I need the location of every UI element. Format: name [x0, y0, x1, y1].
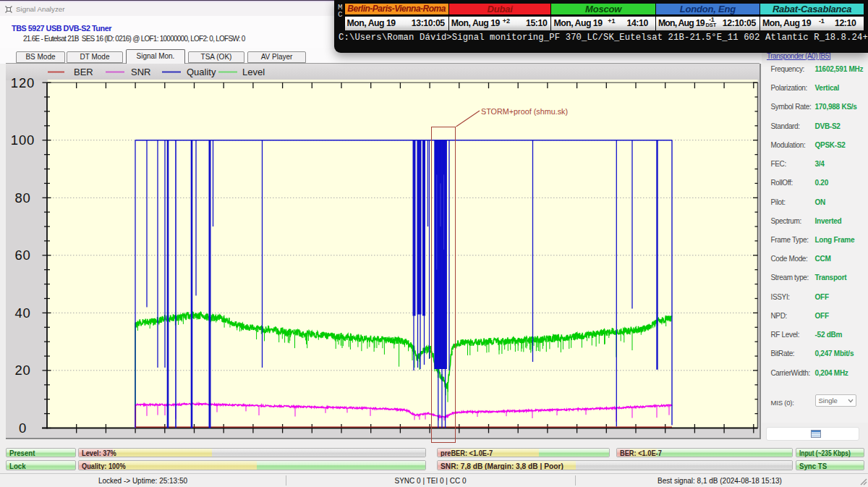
svg-text:BER: BER	[74, 67, 93, 77]
svg-text:0: 0	[19, 420, 27, 436]
svg-text:100: 100	[11, 132, 35, 148]
svg-text:20: 20	[14, 363, 30, 378]
svg-text:120: 120	[11, 75, 35, 90]
svg-text:40: 40	[14, 305, 30, 321]
svg-text:Quality: Quality	[187, 67, 216, 77]
svg-text:Level: Level	[242, 67, 265, 77]
svg-text:SNR: SNR	[131, 67, 150, 77]
svg-text:STORM+proof (shmu.sk): STORM+proof (shmu.sk)	[481, 107, 568, 116]
svg-text:60: 60	[14, 247, 30, 263]
svg-text:80: 80	[14, 190, 30, 206]
